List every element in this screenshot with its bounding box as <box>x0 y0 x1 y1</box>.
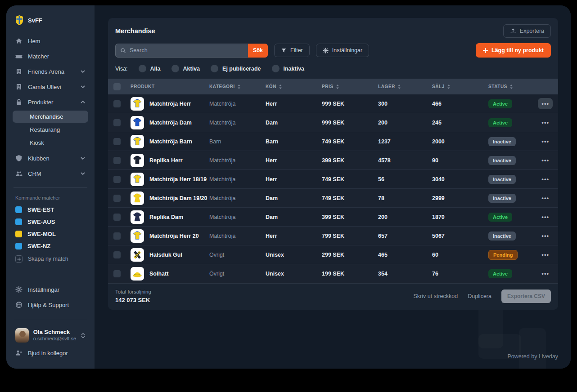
create-match-button[interactable]: Skapa ny match <box>13 253 88 265</box>
row-checkbox[interactable] <box>113 232 121 240</box>
sidebar-item-label: Klubben <box>28 155 50 162</box>
cell-kategori: Övrigt <box>209 271 266 277</box>
column-header-produkt[interactable]: PRODUKT <box>131 84 209 89</box>
row-actions-button[interactable]: ••• <box>538 192 553 204</box>
export-csv-button[interactable]: Exportera CSV <box>501 290 551 303</box>
column-header-salj[interactable]: SÄLJ <box>432 84 488 89</box>
sidebar-item-hjalp-support[interactable]: Hjälp & Support <box>13 298 88 312</box>
upcoming-match-item[interactable]: SWE-MOL <box>13 228 88 240</box>
search-input[interactable] <box>130 47 243 53</box>
row-actions-button[interactable]: ••• <box>538 117 553 128</box>
filter-button[interactable]: Filter <box>274 44 310 57</box>
row-actions-button[interactable]: ••• <box>538 268 553 279</box>
shield-icon <box>15 155 23 162</box>
row-checkbox[interactable] <box>113 157 121 164</box>
table-row[interactable]: Matchtröja Barn Barn Barn 749 SEK 1237 2… <box>108 132 558 151</box>
sidebar-item-gamla-ullevi[interactable]: Gamla Ullevi <box>13 80 88 94</box>
row-checkbox[interactable] <box>113 176 121 183</box>
page-title: Merchandise <box>115 27 155 35</box>
product-thumbnail <box>131 229 144 243</box>
upcoming-matches-heading: Kommande matcher <box>13 193 88 204</box>
export-button[interactable]: Exportera <box>503 24 551 38</box>
table-row[interactable]: Replika Dam Matchtröja Dam 399 SEK 200 1… <box>108 208 558 227</box>
sidebar-item-friends-arena[interactable]: Friends Arena <box>13 65 88 78</box>
print-barcode-button[interactable]: Skriv ut streckkod <box>414 293 458 299</box>
sidebar-item-label: Gamla Ullevi <box>28 84 61 90</box>
column-header-kon[interactable]: KÖN <box>266 84 322 89</box>
sort-icon <box>397 84 401 89</box>
cell-kon: Unisex <box>266 252 322 258</box>
table-row[interactable]: Matchtröja Herr Matchtröja Herr 999 SEK … <box>108 94 558 113</box>
invite-colleagues-button[interactable]: Bjud in kollegor <box>13 346 88 360</box>
upcoming-matches-list: SWE-EST SWE-AUS SWE-MOL SWE-NZ <box>13 204 88 253</box>
row-actions-button[interactable]: ••• <box>538 98 553 109</box>
users-icon <box>15 170 23 177</box>
row-actions-button[interactable]: ••• <box>538 136 553 147</box>
row-checkbox[interactable] <box>113 138 121 145</box>
select-all-checkbox[interactable] <box>113 83 121 90</box>
cell-salj: 5067 <box>432 233 488 239</box>
visa-radio-option[interactable]: Aktiva <box>171 65 200 72</box>
row-actions-button[interactable]: ••• <box>538 211 553 223</box>
table-row[interactable]: Matchtröja Herr 18/19 Matchtröja Herr 74… <box>108 170 558 189</box>
cell-salj: 76 <box>432 271 488 277</box>
row-checkbox[interactable] <box>113 270 121 277</box>
sidebar-item-crm[interactable]: CRM <box>13 167 88 180</box>
radio-circle <box>211 65 218 72</box>
product-name: Matchtröja Dam 19/20 <box>149 195 207 201</box>
sidebar-item-installningar[interactable]: Inställningar <box>13 283 88 296</box>
add-product-button[interactable]: Lägg till ny produkt <box>476 43 551 58</box>
cell-kon: Herr <box>266 233 322 239</box>
cell-kon: Dam <box>266 214 322 220</box>
column-header-pris[interactable]: PRIS <box>322 84 378 89</box>
row-actions-button[interactable]: ••• <box>538 230 553 241</box>
row-checkbox[interactable] <box>113 195 121 202</box>
column-header-lager[interactable]: LAGER <box>378 84 432 89</box>
sidebar-item-klubben[interactable]: Klubben <box>13 151 88 165</box>
table-row[interactable]: Matchtröja Dam 19/20 Matchtröja Dam 749 … <box>108 189 558 208</box>
visa-radio-option[interactable]: Ej publicerade <box>211 65 261 72</box>
table-row[interactable]: Replika Herr Matchtröja Herr 399 SEK 457… <box>108 151 558 170</box>
sidebar-item-merchandise[interactable]: Merchandise <box>13 111 88 123</box>
row-actions-button[interactable]: ••• <box>538 174 553 185</box>
upcoming-match-item[interactable]: SWE-AUS <box>13 216 88 227</box>
cell-pris: 399 SEK <box>322 214 378 220</box>
sidebar-item-hem[interactable]: Hem <box>13 34 88 48</box>
product-thumbnail <box>131 116 144 129</box>
table-row[interactable]: Matchtröja Dam Matchtröja Dam 999 SEK 20… <box>108 113 558 132</box>
table-row[interactable]: Matchtröja Herr 20 Matchtröja Herr 799 S… <box>108 227 558 245</box>
table-row[interactable]: Solhatt Övrigt Unisex 199 SEK 354 76 Act… <box>108 264 558 283</box>
user-name: Ola Schmeck <box>33 329 76 336</box>
upcoming-match-item[interactable]: SWE-NZ <box>13 241 88 252</box>
user-menu[interactable]: Ola Schmeck o.schmeck@svff.se <box>13 325 88 346</box>
upcoming-match-item[interactable]: SWE-EST <box>13 204 88 215</box>
cell-kategori: Matchtröja <box>209 195 266 201</box>
radio-circle <box>272 65 279 72</box>
search-submit-button[interactable]: Sök <box>248 44 268 58</box>
row-checkbox[interactable] <box>113 214 121 221</box>
duplicate-button[interactable]: Duplicera <box>468 293 491 299</box>
product-name: Matchtröja Barn <box>149 138 192 145</box>
cell-salj: 3040 <box>432 176 488 183</box>
row-checkbox[interactable] <box>113 119 121 126</box>
sidebar-item-matcher[interactable]: Matcher <box>13 49 88 63</box>
row-checkbox[interactable] <box>113 100 121 107</box>
sidebar-item-produkter[interactable]: Produkter <box>13 95 88 109</box>
visa-radio-option[interactable]: Alla <box>139 65 161 72</box>
status-badge: Inactive <box>488 156 516 165</box>
sort-icon <box>279 84 282 89</box>
table-row[interactable]: Halsduk Gul Övrigt Unisex 299 SEK 465 60… <box>108 245 558 264</box>
svff-crest-icon <box>15 15 23 25</box>
table-settings-button[interactable]: Inställningar <box>316 44 369 57</box>
avatar <box>15 328 29 343</box>
row-actions-button[interactable]: ••• <box>538 249 553 260</box>
sidebar-item-kiosk[interactable]: Kiosk <box>13 137 88 149</box>
column-header-kategori[interactable]: KATEGORI <box>209 84 266 89</box>
sidebar-item-restaurang[interactable]: Restaurang <box>13 124 88 136</box>
row-actions-button[interactable]: ••• <box>538 155 553 166</box>
export-label: Exportera <box>520 28 544 34</box>
row-checkbox[interactable] <box>113 251 121 258</box>
visa-radio-option[interactable]: Inaktiva <box>272 65 305 72</box>
product-thumbnail <box>131 135 144 148</box>
column-header-status[interactable]: STATUS <box>488 84 538 89</box>
